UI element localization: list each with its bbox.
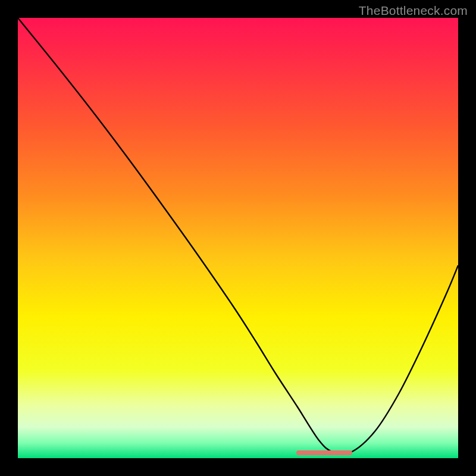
chart-frame: TheBottleneck.com bbox=[0, 0, 476, 476]
watermark-text: TheBottleneck.com bbox=[359, 4, 468, 18]
gradient-rect bbox=[18, 18, 458, 458]
plot-area bbox=[18, 18, 458, 458]
background-gradient bbox=[18, 18, 458, 458]
